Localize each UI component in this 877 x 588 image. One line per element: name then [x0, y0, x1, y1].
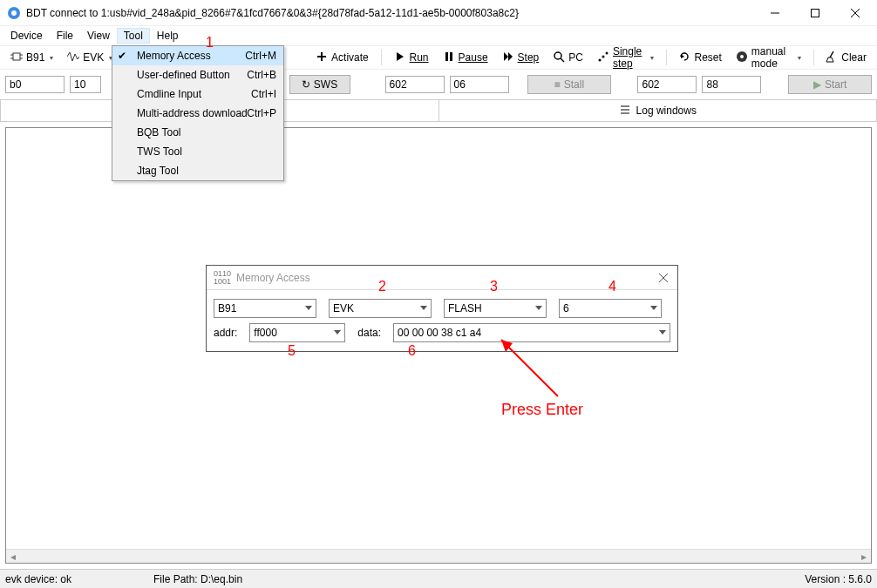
- dd-label: BQB Tool: [137, 126, 180, 139]
- single-step-label: Single step: [613, 45, 645, 70]
- close-button[interactable]: [835, 0, 875, 26]
- pc-button[interactable]: PC: [547, 49, 588, 67]
- val4-input[interactable]: [702, 76, 761, 93]
- maximize-button[interactable]: [795, 0, 835, 26]
- svg-point-22: [605, 51, 608, 54]
- chip-icon: [10, 51, 23, 65]
- play-icon: ▶: [813, 78, 821, 91]
- dd-shortcut: Ctrl+B: [247, 69, 276, 81]
- combo-value: FLASH: [448, 302, 482, 314]
- menu-cmdline-input[interactable]: Cmdline Input Ctrl+I: [112, 84, 283, 104]
- addr2-input[interactable]: [70, 76, 101, 93]
- evk-selector[interactable]: EVK: [62, 49, 118, 67]
- scroll-right-icon[interactable]: ▸: [857, 550, 871, 563]
- combo-value: 00 00 00 38 c1 a4: [398, 327, 481, 339]
- menu-file[interactable]: File: [50, 28, 80, 44]
- svg-point-21: [602, 55, 604, 57]
- memory-access-dialog: 01101001 Memory Access B91 EVK FLASH 6 a…: [206, 265, 678, 352]
- dialog-count-combo[interactable]: 6: [559, 299, 662, 318]
- pause-button[interactable]: Pause: [438, 49, 493, 67]
- horizontal-scrollbar[interactable]: ◂ ▸: [6, 549, 871, 563]
- addr-label: addr:: [214, 327, 237, 339]
- manual-mode-button[interactable]: manual mode: [731, 44, 806, 71]
- svg-point-25: [740, 55, 744, 58]
- menu-view[interactable]: View: [80, 28, 117, 44]
- val3-input[interactable]: [637, 76, 697, 93]
- menu-tool[interactable]: Tool: [117, 28, 150, 44]
- close-icon: [659, 274, 668, 282]
- sws-button[interactable]: ↻ SWS: [289, 75, 350, 94]
- combo-value: 6: [563, 302, 569, 314]
- dialog-titlebar: 01101001 Memory Access: [207, 266, 677, 290]
- trace-icon: [597, 51, 609, 65]
- activate-label: Activate: [331, 51, 369, 64]
- dialog-data-combo[interactable]: 00 00 00 38 c1 a4: [393, 323, 670, 342]
- dd-shortcut: Ctrl+M: [245, 50, 276, 62]
- menu-jtag-tool[interactable]: Jtag Tool: [112, 161, 283, 180]
- menu-help[interactable]: Help: [150, 28, 186, 44]
- minimize-button[interactable]: [755, 0, 795, 26]
- dd-shortcut: Ctrl+P: [247, 107, 276, 119]
- dd-label: Memory Access: [137, 50, 211, 62]
- status-version: Version : 5.6.0: [805, 573, 872, 585]
- pc-label: PC: [568, 51, 583, 64]
- combo-value: B91: [218, 302, 236, 314]
- svg-line-26: [830, 51, 833, 57]
- sws-label: SWS: [314, 78, 337, 91]
- scroll-left-icon[interactable]: ◂: [6, 550, 20, 563]
- reset-button[interactable]: Reset: [673, 49, 726, 67]
- run-button[interactable]: Run: [389, 49, 434, 67]
- dialog-addr-combo[interactable]: ff000: [249, 323, 345, 342]
- val2-input[interactable]: [450, 76, 509, 93]
- refresh-icon: [678, 51, 690, 65]
- addr1-input[interactable]: [5, 76, 65, 93]
- chip-selector[interactable]: B91: [5, 49, 58, 67]
- svg-marker-16: [504, 52, 508, 61]
- single-step-button[interactable]: Single step: [592, 44, 659, 71]
- menu-bar: Device File View Tool Help: [0, 26, 877, 45]
- menu-device[interactable]: Device: [3, 28, 50, 44]
- svg-rect-6: [13, 53, 20, 60]
- dialog-evk-combo[interactable]: EVK: [329, 299, 432, 318]
- val1-input[interactable]: [385, 76, 445, 93]
- waveform-icon: [67, 51, 79, 65]
- mode-icon: [736, 51, 748, 65]
- stall-button[interactable]: ■ Stall: [527, 75, 611, 94]
- dialog-mem-combo[interactable]: FLASH: [444, 299, 547, 318]
- svg-point-18: [554, 52, 561, 59]
- menu-multi-address-download[interactable]: Multi-address download Ctrl+P: [112, 104, 283, 123]
- dd-label: TWS Tool: [137, 145, 182, 158]
- data-label: data:: [357, 327, 381, 339]
- svg-rect-15: [450, 52, 452, 61]
- stop-icon: ■: [554, 78, 561, 91]
- clear-button[interactable]: Clear: [820, 49, 872, 67]
- stall-label: Stall: [564, 78, 584, 91]
- tab-log-windows[interactable]: Log windows: [438, 99, 878, 121]
- run-label: Run: [410, 51, 429, 64]
- svg-point-20: [598, 58, 601, 61]
- menu-user-defined-button[interactable]: User-defined Button Ctrl+B: [112, 65, 283, 84]
- log-label: Log windows: [636, 105, 697, 117]
- pause-label: Pause: [459, 51, 488, 64]
- step-button[interactable]: Step: [497, 49, 545, 67]
- combo-value: EVK: [333, 302, 354, 314]
- search-icon: [553, 51, 565, 65]
- start-label: Start: [825, 78, 846, 91]
- play-icon: [394, 51, 406, 65]
- refresh-icon: ↻: [302, 78, 310, 91]
- menu-tws-tool[interactable]: TWS Tool: [112, 142, 283, 161]
- dialog-chip-combo[interactable]: B91: [214, 299, 316, 318]
- menu-memory-access[interactable]: ✔ Memory Access Ctrl+M: [112, 46, 283, 65]
- status-filepath: File Path: D:\eq.bin: [153, 573, 805, 585]
- menu-bqb-tool[interactable]: BQB Tool: [112, 123, 283, 142]
- dd-shortcut: Ctrl+I: [251, 88, 276, 100]
- start-button[interactable]: ▶ Start: [788, 75, 872, 94]
- step-icon: [502, 51, 514, 65]
- svg-point-1: [11, 10, 17, 16]
- reset-label: Reset: [694, 51, 721, 64]
- chip-label: B91: [26, 51, 44, 64]
- activate-button[interactable]: Activate: [310, 49, 374, 67]
- app-icon: [7, 6, 21, 20]
- evk-label: EVK: [83, 51, 104, 64]
- dialog-close-button[interactable]: [655, 269, 672, 287]
